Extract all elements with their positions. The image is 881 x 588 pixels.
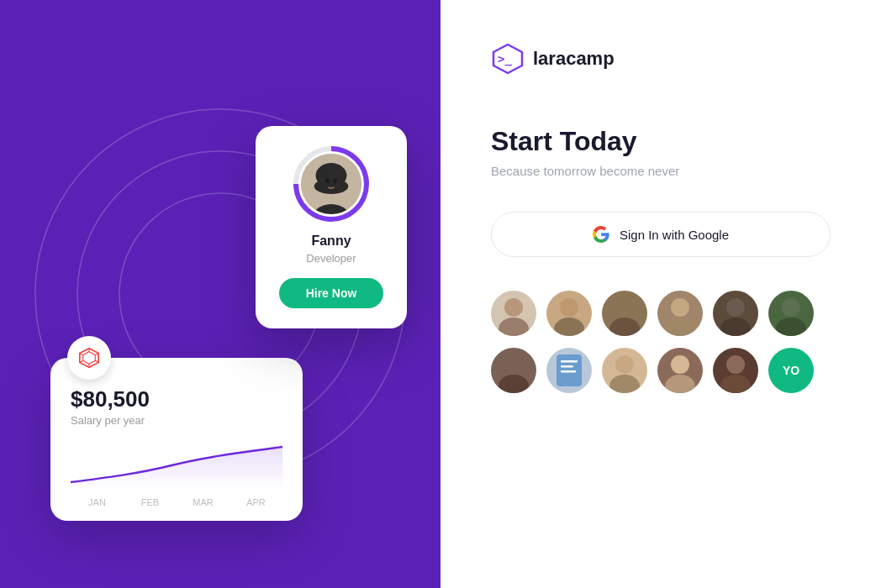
svg-rect-37 [561, 370, 576, 373]
svg-point-22 [560, 298, 578, 317]
chart-label: Salary per year [71, 414, 282, 427]
user-avatar-4 [657, 291, 703, 336]
laracamp-logo-icon: >_ [491, 42, 525, 76]
google-signin-label: Sign In with Google [620, 228, 729, 242]
right-panel: >_ laracamp Start Today Because tomorrow… [440, 0, 881, 588]
svg-point-27 [665, 318, 695, 336]
logo-area: >_ laracamp [491, 42, 831, 76]
month-apr: APR [229, 497, 282, 507]
svg-point-43 [720, 375, 751, 393]
svg-rect-36 [561, 365, 573, 368]
svg-point-31 [776, 318, 806, 336]
left-panel: $80,500 Salary per year JAN FEB MAR APR [0, 0, 440, 588]
profile-card: Fanny Developer Hire Now [256, 126, 407, 328]
svg-point-24 [615, 298, 634, 317]
user-avatar-yo: YO [768, 348, 814, 393]
svg-point-40 [671, 355, 689, 374]
chart-months: JAN FEB MAR APR [71, 497, 282, 507]
svg-point-26 [671, 298, 689, 317]
logo-text: laracamp [533, 48, 615, 70]
svg-point-25 [609, 318, 640, 336]
laravel-icon [67, 336, 111, 380]
svg-point-17 [333, 179, 337, 184]
user-avatar-1 [491, 291, 536, 336]
user-avatar-6 [768, 291, 814, 336]
avatar-initials: YO [783, 364, 799, 377]
svg-text:>_: >_ [498, 52, 512, 66]
chart-graph [71, 440, 282, 491]
user-avatar-10 [657, 348, 703, 393]
svg-point-41 [665, 375, 695, 393]
user-avatar-8 [546, 348, 592, 393]
google-icon [593, 226, 609, 243]
avatar-image [298, 151, 364, 217]
user-avatar-9 [602, 348, 647, 393]
svg-point-28 [726, 298, 745, 317]
svg-point-33 [499, 375, 529, 393]
hire-now-button[interactable]: Hire Now [279, 278, 383, 308]
avatars-grid: YO [491, 291, 831, 393]
svg-point-21 [499, 318, 529, 336]
avatar-ring [293, 146, 369, 222]
svg-point-39 [609, 375, 640, 393]
month-feb: FEB [124, 497, 177, 507]
svg-point-16 [325, 179, 330, 184]
svg-rect-35 [561, 360, 578, 363]
chart-card: $80,500 Salary per year JAN FEB MAR APR [50, 358, 303, 521]
page-headline: Start Today [491, 126, 831, 157]
month-jan: JAN [71, 497, 124, 507]
month-mar: MAR [177, 497, 229, 507]
svg-point-20 [504, 298, 523, 317]
profile-role: Developer [306, 252, 356, 265]
svg-point-42 [726, 355, 745, 374]
svg-point-30 [782, 298, 800, 317]
google-signin-button[interactable]: Sign In with Google [491, 212, 831, 257]
avatars-row-2: YO [491, 348, 831, 393]
avatars-row-1 [491, 291, 831, 336]
user-avatar-11 [713, 348, 758, 393]
user-avatar-2 [546, 291, 592, 336]
user-avatar-3 [602, 291, 647, 336]
svg-point-23 [554, 318, 584, 336]
page-subheadline: Because tomorrow become never [491, 164, 831, 178]
svg-marker-4 [83, 352, 96, 365]
svg-point-32 [504, 355, 523, 374]
svg-point-38 [615, 355, 634, 374]
user-avatar-7 [491, 348, 536, 393]
svg-point-29 [720, 318, 751, 336]
chart-salary: $80,500 [71, 386, 282, 412]
user-avatar-5 [713, 291, 758, 336]
svg-point-15 [314, 179, 349, 194]
profile-name: Fanny [311, 234, 351, 249]
